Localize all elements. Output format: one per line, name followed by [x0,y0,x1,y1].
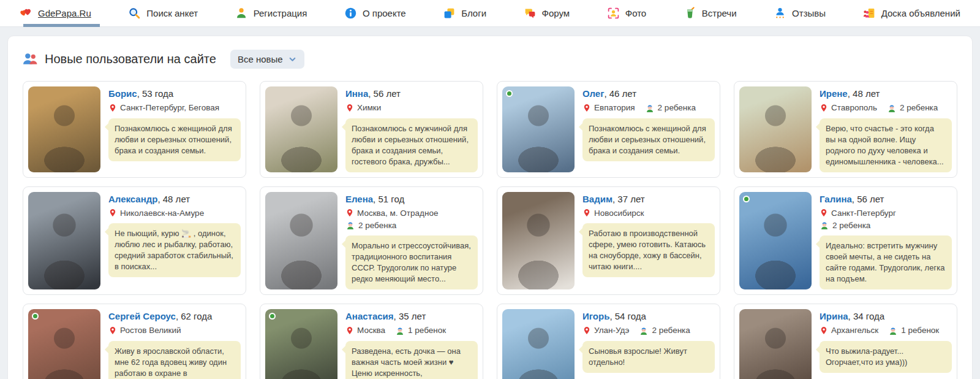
nav-item-label: Встречи [702,8,737,18]
profile-age: , 62 года [176,311,212,321]
nav-item-label: О проекте [363,8,406,18]
about-bubble: Верю, что счастье - это когда вы на одно… [820,118,952,172]
nav-item-label: GdePapa.Ru [38,8,91,18]
pin-icon [820,208,828,218]
profile-location: Химки [345,103,381,113]
nav-item-logo[interactable]: GdePapa.Ru [20,0,91,27]
board-icon [863,7,876,20]
nav-item-blogs[interactable]: Блоги [443,0,486,27]
main-content: Новые пользователи на сайте Все новые Бо… [7,36,973,379]
profile-photo[interactable] [502,192,575,290]
nav-item-board[interactable]: Доска объявлений [863,0,960,27]
profile-age: , 51 год [373,194,404,204]
profile-photo[interactable] [28,86,100,172]
nav-item-forum[interactable]: Форум [524,0,570,27]
location-text: Евпатория [594,103,635,112]
nav-item-photo[interactable]: Фото [607,0,646,27]
meta-line: Ставрополь2 ребенка [820,103,952,113]
name-line: Олег, 46 лет [582,88,715,100]
card-body: Игорь, 54 годаУлан-Удэ2 ребенкаСыновья в… [582,309,715,379]
profile-photo[interactable] [28,309,100,379]
profile-children: 2 ребенка [645,103,696,113]
profile-location: Евпатория [582,103,635,113]
name-line: Елена, 51 год [345,194,478,205]
name-line: Инна, 56 лет [345,88,478,100]
location-text: Санкт-Петербург, Беговая [120,103,219,112]
profile-age: , 46 лет [604,88,636,99]
profile-name-link[interactable]: Александр [108,194,157,204]
profile-name-link[interactable]: Елена [345,194,373,204]
profile-children: 2 ребенка [820,220,870,230]
child-icon [345,220,355,230]
profile-name-link[interactable]: Анастасия [345,311,394,321]
about-bubble: Познакомлюсь с мужчиной для любви и серь… [345,118,478,172]
profile-photo[interactable] [265,192,337,290]
profile-photo[interactable] [502,86,575,172]
card-body: Анастасия, 35 летМосква1 ребенокРазведен… [345,309,478,379]
children-text: 1 ребенок [408,326,446,335]
nav-item-register[interactable]: Регистрация [235,0,307,27]
nav-item-meetings[interactable]: Встречи [684,0,737,27]
chevron-down-icon [288,55,297,64]
online-status-dot [32,313,39,320]
profile-location: Ставрополь [820,103,877,113]
nav-item-label: Фото [625,8,646,18]
profile-photo[interactable] [502,309,575,379]
name-line: Александр, 48 лет [108,194,241,205]
name-line: Вадим, 37 лет [582,194,715,205]
children-text: 2 ребенка [900,103,938,112]
children-text: 2 ребенка [832,221,870,230]
child-icon [639,326,649,335]
nav-item-search[interactable]: Поиск анкет [128,0,198,27]
profile-photo[interactable] [28,192,100,290]
profile-photo[interactable] [739,309,812,379]
meta-line: Санкт-Петербург, Беговая [108,103,241,113]
nav-item-reviews[interactable]: Отзывы [774,0,826,27]
profile-photo[interactable] [739,86,812,172]
photo-icon [607,7,620,20]
pin-icon [345,208,354,218]
new-users-filter-dropdown[interactable]: Все новые [230,50,304,69]
location-text: Ростов Великий [120,326,181,335]
pin-icon [820,103,828,113]
profile-photo[interactable] [265,309,337,379]
profile-name-link[interactable]: Борис [108,88,137,99]
card-body: Борис, 53 годаСанкт-Петербург, БеговаяПо… [108,86,241,172]
profile-name-link[interactable]: Ирене [820,88,848,99]
location-text: Санкт-Петербург [831,209,896,218]
nav-item-info[interactable]: О проекте [344,0,406,27]
children-text: 2 ребенка [358,221,396,230]
name-line: Ирене, 48 лет [820,88,952,100]
profile-name-link[interactable]: Ирина [820,311,848,321]
user-card: Сергей Сероус, 62 годаРостов ВеликийЖиву… [23,304,246,379]
profile-photo[interactable] [265,86,337,172]
hearts-logo-icon [20,7,32,20]
about-bubble: Разведена, есть дочка — она важная часть… [345,341,478,379]
name-line: Сергей Сероус, 62 года [108,311,241,323]
nav-item-label: Регистрация [254,8,307,18]
profile-photo[interactable] [739,192,812,290]
card-body: Инна, 56 летХимкиПознакомлюсь с мужчиной… [345,86,478,172]
profile-name-link[interactable]: Инна [345,88,368,99]
register-icon [235,7,248,20]
page-title: Новые пользователи на сайте [45,52,216,66]
profile-name-link[interactable]: Олег [582,88,604,99]
profile-age: , 37 лет [612,194,645,204]
about-bubble: Морально и стрессоустойчивая, традиционн… [345,235,478,289]
profile-name-link[interactable]: Игорь [582,311,609,321]
card-body: Вадим, 37 летНовосибирскРаботаю в произв… [582,192,715,290]
meta-line: Архангельск1 ребенок [820,326,952,335]
pin-icon [820,326,828,335]
pin-icon [108,326,117,335]
profile-name-link[interactable]: Вадим [582,194,612,204]
about-bubble: Живу в ярославской области, мне 62 года … [108,341,241,379]
profile-name-link[interactable]: Галина [820,194,852,204]
nav-item-label: Блоги [461,8,486,18]
about-bubble: Познакомлюсь с женщиной для любви и серь… [108,118,241,161]
pin-icon [108,208,117,218]
profile-name-link[interactable]: Сергей Сероус [108,311,176,321]
user-card: Вадим, 37 летНовосибирскРаботаю в произв… [497,186,720,296]
profile-age: , 56 лет [852,194,884,204]
location-text: Архангельск [831,326,878,335]
profile-age: , 54 года [609,311,646,321]
